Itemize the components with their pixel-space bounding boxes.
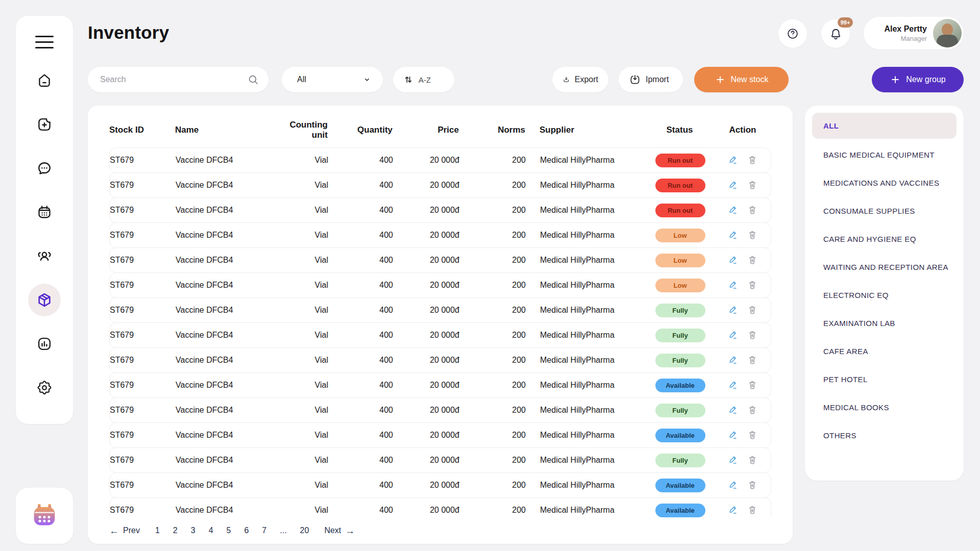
cell-name: Vaccine DFCB4 [168,406,278,415]
cell-status: Low [646,254,715,267]
search-input[interactable] [100,75,247,84]
cell-price: 20 000đ [403,281,470,290]
pagination-next[interactable]: Next → [324,526,355,536]
edit-button[interactable] [727,479,739,491]
delete-button[interactable] [746,229,758,241]
edit-button[interactable] [727,279,739,291]
sidebar [16,16,73,424]
table-row: ST679 Vaccine DFCB4 Vial 400 20 000đ 200… [109,172,771,198]
edit-button[interactable] [727,379,739,391]
table-row: ST679 Vaccine DFCB4 Vial 400 20 000đ 200… [109,272,771,298]
sort-button[interactable]: A-Z [393,67,454,92]
delete-button[interactable] [746,204,758,216]
status-badge: Fully [655,404,705,417]
page-button[interactable]: 7 [259,524,270,537]
delete-button[interactable] [746,479,758,491]
edit-button[interactable] [727,504,739,516]
category-item[interactable]: CAFE AREA [812,337,957,365]
edit-button[interactable] [727,254,739,266]
promo-panel[interactable] [16,488,73,544]
delete-button[interactable] [746,454,758,466]
page-button[interactable]: 2 [170,524,181,537]
edit-button[interactable] [727,404,739,416]
category-item[interactable]: WAITING AND RECEPTION AREA [812,253,957,281]
cell-norms: 200 [470,231,536,240]
cell-action [715,179,771,191]
category-item[interactable]: ELECTRONIC EQ [812,281,957,309]
menu-icon[interactable] [35,36,54,48]
new-group-button[interactable]: New group [872,67,964,92]
status-badge: Low [655,279,705,292]
filter-dropdown[interactable]: All [282,67,383,92]
user-card[interactable]: Alex Pertty Manager [864,17,964,49]
edit-button[interactable] [727,329,739,341]
delete-button[interactable] [746,354,758,366]
edit-button[interactable] [727,304,739,316]
category-item-active[interactable]: ALL [812,113,957,139]
category-item[interactable]: CONSUMALE SUPPLIES [812,197,957,225]
category-list: ALLBASIC MEDICAL EQUIPMENTMEDICATIONS AN… [812,113,957,449]
edit-button[interactable] [727,354,739,366]
help-button[interactable] [778,19,807,48]
edit-button[interactable] [727,429,739,441]
edit-button[interactable] [727,154,739,166]
category-item[interactable]: MEDICATIONS AND VACCINES [812,169,957,197]
sidebar-item-add-stock[interactable] [28,108,61,141]
edit-button[interactable] [727,229,739,241]
page-button[interactable]: 5 [224,524,234,537]
page-button[interactable]: 3 [188,524,199,537]
category-item[interactable]: OTHERS [812,421,957,449]
notifications-button[interactable]: 99+ [821,19,850,48]
delete-button[interactable] [746,329,758,341]
delete-button[interactable] [746,404,758,416]
import-button[interactable]: Ipmort [619,67,683,92]
avatar [933,19,962,47]
cell-supplier: Medical HillyPharma [536,181,646,190]
cell-price: 20 000đ [403,156,470,165]
edit-button[interactable] [727,454,739,466]
cell-supplier: Medical HillyPharma [536,406,646,415]
trash-icon [746,204,758,216]
cell-counting-unit: Vial [278,206,338,215]
cell-price: 20 000đ [403,456,470,465]
category-item[interactable]: BASIC MEDICAL EQUIPMENT [812,141,957,169]
cell-quantity: 400 [338,431,403,440]
delete-button[interactable] [746,254,758,266]
pagination-prev[interactable]: ← Prev [109,526,140,536]
delete-button[interactable] [746,379,758,391]
page-button[interactable]: 1 [152,524,163,537]
edit-button[interactable] [727,204,739,216]
export-button[interactable]: Export [552,67,608,92]
sidebar-item-analytics[interactable] [28,328,61,360]
page-button[interactable]: 20 [297,524,312,537]
sidebar-item-messages[interactable] [28,152,61,185]
edit-icon [727,229,739,241]
delete-button[interactable] [746,279,758,291]
sidebar-item-team[interactable] [28,240,61,272]
delete-button[interactable] [746,179,758,191]
page-button[interactable]: 6 [241,524,252,537]
export-label: Export [575,75,598,84]
delete-button[interactable] [746,504,758,516]
trash-icon [746,504,758,516]
edit-button[interactable] [727,179,739,191]
table-row: ST679 Vaccine DFCB4 Vial 400 20 000đ 200… [109,322,771,348]
edit-icon [727,354,739,366]
sidebar-item-settings[interactable] [28,371,61,404]
delete-button[interactable] [746,429,758,441]
category-item[interactable]: MEDICAL BOOKS [812,393,957,421]
sidebar-item-calendar[interactable] [28,196,61,229]
category-item[interactable]: CARE AND HYGIENE EQ [812,225,957,253]
sidebar-item-home[interactable] [28,64,61,97]
category-item[interactable]: PET HOTEL [812,365,957,393]
category-item[interactable]: EXAMINATION LAB [812,309,957,337]
sidebar-item-inventory[interactable] [28,284,61,316]
delete-button[interactable] [746,304,758,316]
page-button[interactable]: 4 [206,524,216,537]
table-row: ST679 Vaccine DFCB4 Vial 400 20 000đ 200… [109,297,771,323]
new-stock-button[interactable]: New stock [694,67,789,92]
delete-button[interactable] [746,154,758,166]
cell-stock-id: ST679 [110,156,168,165]
cell-status: Available [646,429,715,442]
cell-price: 20 000đ [403,181,470,190]
